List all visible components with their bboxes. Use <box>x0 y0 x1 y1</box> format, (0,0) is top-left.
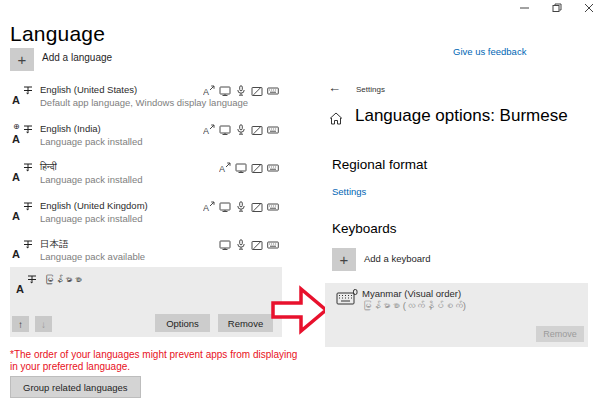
keyboard-icon <box>267 162 279 174</box>
display-icon <box>219 201 231 213</box>
settings-breadcrumb: Settings <box>356 85 385 94</box>
display-icon <box>219 239 231 251</box>
cjk-character-glyph <box>23 162 33 172</box>
language-glyph-icon: A <box>16 274 38 295</box>
feature-icons <box>219 239 279 251</box>
remove-keyboard-button[interactable]: Remove <box>536 326 584 342</box>
language-row-hindi[interactable]: A हिन्दी Language pack installed A <box>10 161 282 195</box>
language-status: Language pack available <box>40 251 145 262</box>
order-warning-line2: in your preferred language. <box>10 361 130 372</box>
restore-icon[interactable] <box>552 3 562 13</box>
keyboard-name: Myanmar (Visual order) <box>362 288 461 299</box>
globe-icon: ⊕ <box>13 123 20 131</box>
pen-icon <box>251 85 263 97</box>
remove-language-button[interactable]: Remove <box>218 314 273 332</box>
cjk-character-glyph <box>23 239 33 249</box>
language-status: Default app language, Windows display la… <box>40 97 248 108</box>
language-options-title: Language options: Burmese <box>355 106 568 126</box>
keyboards-heading: Keyboards <box>332 221 397 236</box>
regional-format-heading: Regional format <box>332 157 427 172</box>
language-glyph-icon: A <box>12 85 34 106</box>
mic-icon <box>235 201 247 213</box>
group-related-languages-button[interactable]: Group related languages <box>10 376 141 398</box>
mic-icon <box>235 239 247 251</box>
tts-icon: A <box>219 162 231 174</box>
language-status: Language pack installed <box>40 174 142 185</box>
cjk-character-glyph <box>23 201 33 211</box>
cjk-character-glyph <box>23 124 33 134</box>
letter-a-glyph: A <box>12 211 20 222</box>
language-name: English (India) <box>40 123 101 134</box>
add-language-button[interactable]: + <box>10 48 34 71</box>
language-status: Language pack installed <box>40 213 142 224</box>
language-glyph-icon: A <box>12 162 34 183</box>
close-icon[interactable] <box>584 3 594 13</box>
cjk-character-glyph <box>23 85 33 95</box>
red-arrow-annotation <box>271 285 329 335</box>
feature-icons: A <box>219 162 279 174</box>
add-language-label: Add a language <box>42 52 112 63</box>
language-glyph-icon: A <box>12 201 34 222</box>
svg-text:A: A <box>203 126 209 136</box>
pen-icon <box>251 201 263 213</box>
letter-a-glyph: A <box>16 284 24 295</box>
keyboard-icon <box>267 239 279 251</box>
mic-icon <box>235 124 247 136</box>
tts-icon: A <box>203 201 215 213</box>
pen-icon <box>251 162 263 174</box>
tts-icon: A <box>203 124 215 136</box>
plus-icon: + <box>340 251 349 268</box>
add-keyboard-button[interactable]: + <box>332 248 356 271</box>
page-title: Language <box>10 22 105 46</box>
language-name: 日本語 <box>40 238 69 251</box>
regional-settings-link[interactable]: Settings <box>332 186 366 197</box>
letter-a-glyph: A <box>12 95 20 106</box>
add-keyboard-label: Add a keyboard <box>364 253 431 264</box>
svg-text:A: A <box>219 164 225 174</box>
language-name: English (United Kingdom) <box>40 200 148 211</box>
order-warning-line1: *The order of your languages might preve… <box>10 349 297 360</box>
keyboard-icon <box>267 85 279 97</box>
letter-a-glyph: A <box>12 249 20 260</box>
svg-text:A: A <box>203 203 209 213</box>
keyboard-icon <box>267 201 279 213</box>
feature-icons: A <box>203 85 279 97</box>
language-row-burmese-selected[interactable]: A မြန်မာစာ ↑ ↓ Options Remove <box>10 267 282 337</box>
language-glyph-icon: A <box>12 239 34 260</box>
pen-icon <box>251 124 263 136</box>
keyboard-icon <box>336 289 358 306</box>
display-icon <box>219 85 231 97</box>
move-down-button[interactable]: ↓ <box>35 316 52 332</box>
keyboard-subtitle: မြန်မာစာ (လက်နှိပ်စက်) <box>362 300 466 311</box>
language-glyph-icon: ⊕A <box>12 124 34 145</box>
feature-icons: A <box>203 124 279 136</box>
tts-icon: A <box>203 85 215 97</box>
language-name: हिन्दी <box>40 161 57 173</box>
language-row-english-india[interactable]: ⊕A English (India) Language pack install… <box>10 123 282 157</box>
feature-icons: A <box>203 201 279 213</box>
pen-icon <box>251 239 263 251</box>
language-status: Language pack installed <box>40 136 142 147</box>
back-arrow-icon[interactable]: ← <box>328 81 341 94</box>
home-icon <box>329 112 343 125</box>
letter-a-glyph: A <box>12 134 20 145</box>
keyboard-item-myanmar[interactable]: Myanmar (Visual order) မြန်မာစာ (လက်နှိပ… <box>325 283 588 347</box>
minimize-icon[interactable] <box>520 3 530 13</box>
move-up-button[interactable]: ↑ <box>12 316 29 332</box>
options-button[interactable]: Options <box>155 314 210 332</box>
display-icon <box>235 162 247 174</box>
cjk-character-glyph <box>27 274 37 284</box>
language-name: English (United States) <box>40 84 137 95</box>
keyboard-icon <box>267 124 279 136</box>
plus-icon: + <box>18 51 27 68</box>
window-controls <box>520 3 594 13</box>
mic-icon <box>235 85 247 97</box>
display-icon <box>219 124 231 136</box>
give-feedback-link[interactable]: Give us feedback <box>453 46 526 57</box>
letter-a-glyph: A <box>12 172 20 183</box>
language-name: မြန်မာစာ <box>44 274 82 285</box>
language-row-english-uk[interactable]: A English (United Kingdom) Language pack… <box>10 200 282 234</box>
language-row-english-us[interactable]: A English (United States) Default app la… <box>10 84 282 118</box>
svg-text:A: A <box>203 87 209 97</box>
